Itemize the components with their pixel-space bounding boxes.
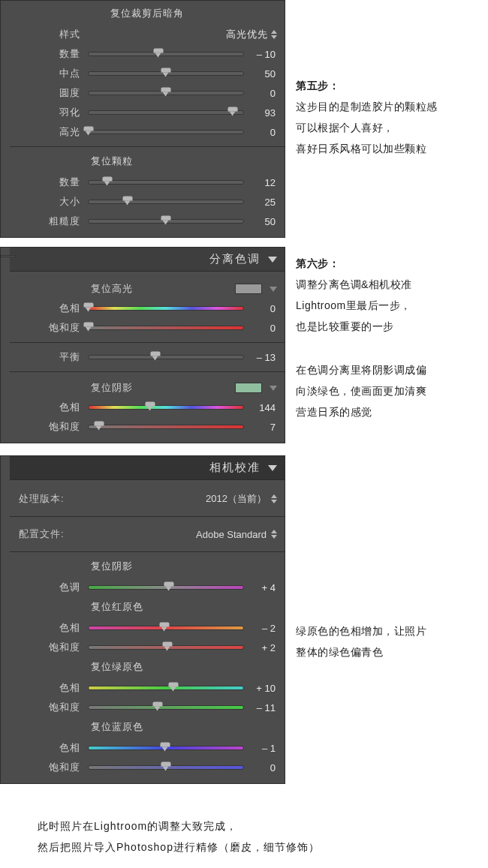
slider-track[interactable]	[88, 705, 244, 710]
slider-label: 饱和度	[16, 701, 88, 714]
slider-label: 高光	[16, 125, 88, 139]
slider-blue-sat[interactable]: 饱和度 0	[16, 758, 279, 777]
updown-icon	[271, 494, 279, 503]
profile-row[interactable]: 配置文件: Adobe Standard	[16, 521, 279, 547]
slider-thumb[interactable]	[102, 179, 112, 186]
slider-hi-hue[interactable]: 色相 0	[16, 299, 279, 318]
slider-value: + 10	[244, 683, 279, 694]
slider-thumb[interactable]	[161, 218, 171, 225]
camera-calibration-header[interactable]: 相机校准	[10, 456, 285, 480]
slider-thumb[interactable]	[84, 128, 94, 136]
slider-thumb[interactable]	[164, 584, 174, 591]
slider-track[interactable]	[88, 52, 244, 56]
slider-roundness[interactable]: 圆度 0	[16, 83, 279, 103]
slider-thumb[interactable]	[163, 644, 173, 651]
slider-midpoint[interactable]: 中点 50	[16, 64, 279, 83]
panel-title: 分离色调	[209, 252, 261, 266]
slider-thumb[interactable]	[146, 404, 155, 411]
vignette-style-row[interactable]: 样式 高光优先	[16, 25, 279, 44]
note-line: 在色调分离里将阴影调成偏	[296, 359, 426, 380]
chevron-down-icon	[270, 287, 277, 292]
slider-feather[interactable]: 羽化 93	[16, 103, 279, 122]
footer-line: 此时照片在Lightroom的调整大致完成，	[38, 815, 470, 836]
slider-label: 大小	[16, 195, 88, 209]
slider-track[interactable]	[88, 91, 244, 95]
slider-value: 144	[244, 402, 279, 413]
slider-thumb[interactable]	[169, 684, 179, 692]
slider-shadow-tint[interactable]: 色调 + 4	[16, 578, 279, 597]
slider-grain-size[interactable]: 大小 25	[16, 192, 279, 212]
slider-thumb[interactable]	[159, 624, 169, 632]
slider-value: – 13	[244, 352, 279, 363]
slider-label: 饱和度	[16, 641, 88, 654]
slider-thumb[interactable]	[161, 89, 171, 97]
slider-track[interactable]	[88, 219, 244, 224]
footer-line: 然后把照片导入Photoshop进行精修（磨皮，细节修饰）	[38, 836, 470, 857]
slider-thumb[interactable]	[160, 744, 170, 752]
note-line: 绿原色的色相增加，让照片	[296, 620, 426, 641]
slider-track[interactable]	[88, 585, 244, 590]
slider-value: 93	[244, 107, 279, 119]
slider-thumb[interactable]	[152, 704, 162, 711]
slider-label: 色相	[16, 401, 88, 414]
slider-track[interactable]	[88, 110, 244, 115]
slider-highlights[interactable]: 高光 0	[16, 122, 279, 142]
slider-track[interactable]	[88, 626, 244, 630]
slider-track[interactable]	[88, 71, 244, 76]
slider-thumb[interactable]	[153, 50, 163, 58]
style-value: 高光优先	[88, 28, 271, 41]
slider-track[interactable]	[88, 180, 244, 185]
slider-red-hue[interactable]: 色相 – 2	[16, 618, 279, 638]
slider-track[interactable]	[88, 765, 244, 770]
slider-value: – 11	[244, 702, 279, 713]
vignette-panel: 复位裁剪后暗角 样式 高光优先 数量 – 10 中点 50 圆度 0	[0, 0, 285, 238]
slider-thumb[interactable]	[150, 353, 160, 361]
highlights-swatch[interactable]	[235, 284, 262, 294]
slider-balance[interactable]: 平衡 – 13	[16, 347, 279, 367]
slider-value: 0	[244, 762, 279, 773]
updown-icon	[271, 30, 279, 39]
slider-sh-sat[interactable]: 饱和度 7	[16, 417, 279, 437]
step6-line: 也是比较重要的一步	[296, 316, 426, 337]
slider-track[interactable]	[88, 746, 244, 750]
slider-thumb[interactable]	[227, 109, 237, 116]
slider-green-sat[interactable]: 饱和度 – 11	[16, 698, 279, 717]
slider-hi-sat[interactable]: 饱和度 0	[16, 318, 279, 338]
slider-amount[interactable]: 数量 – 10	[16, 44, 279, 64]
slider-thumb[interactable]	[161, 70, 171, 77]
slider-track[interactable]	[88, 130, 244, 134]
process-version-row[interactable]: 处理版本: 2012（当前）	[16, 486, 279, 512]
slider-blue-hue[interactable]: 色相 – 1	[16, 738, 279, 758]
slider-thumb[interactable]	[122, 198, 132, 206]
slider-track[interactable]	[88, 355, 244, 359]
slider-track[interactable]	[88, 645, 244, 650]
shadows-subheader: 复位阴影	[16, 377, 279, 398]
updown-icon	[271, 530, 279, 539]
slider-label: 饱和度	[16, 761, 88, 774]
slider-grain-roughness[interactable]: 粗糙度 50	[16, 212, 279, 231]
slider-thumb[interactable]	[95, 423, 104, 431]
split-tone-note: 在色调分离里将阴影调成偏 向淡绿色，使画面更加清爽 营造日系的感觉	[296, 359, 426, 422]
slider-sh-hue[interactable]: 色相 144	[16, 398, 279, 417]
slider-label: 平衡	[16, 350, 88, 364]
slider-red-sat[interactable]: 饱和度 + 2	[16, 638, 279, 657]
slider-track[interactable]	[88, 326, 244, 330]
step5-line: 喜好日系风格可以加些颗粒	[296, 138, 438, 159]
slider-green-hue[interactable]: 色相 + 10	[16, 678, 279, 698]
process-value: 2012（当前）	[88, 492, 271, 506]
slider-track[interactable]	[88, 306, 244, 311]
split-toning-header[interactable]: 分离色调	[10, 248, 285, 272]
slider-label: 圆度	[16, 86, 88, 100]
slider-thumb[interactable]	[84, 305, 94, 312]
cal-shadows-title: 复位阴影	[16, 557, 279, 578]
slider-thumb[interactable]	[84, 324, 94, 332]
shadows-swatch[interactable]	[235, 383, 262, 393]
slider-value: + 2	[244, 642, 279, 653]
slider-track[interactable]	[88, 425, 244, 429]
slider-grain-amount[interactable]: 数量 12	[16, 173, 279, 192]
slider-thumb[interactable]	[161, 764, 171, 771]
slider-track[interactable]	[88, 405, 244, 410]
cal-blue-title: 复位蓝原色	[16, 717, 279, 738]
slider-track[interactable]	[88, 686, 244, 690]
slider-track[interactable]	[88, 200, 244, 204]
